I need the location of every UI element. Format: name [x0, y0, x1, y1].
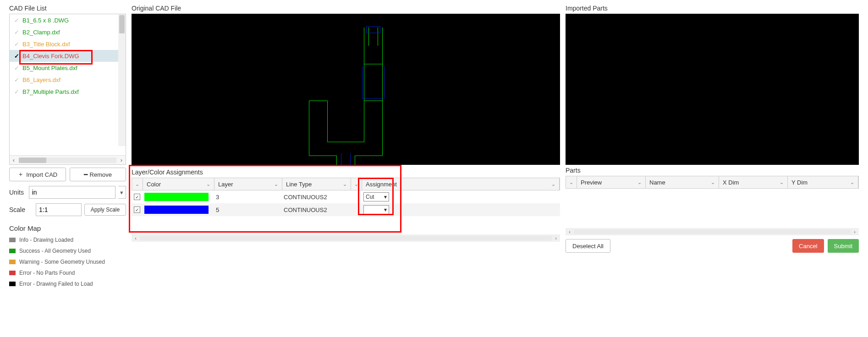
parts-table-body: [566, 189, 859, 228]
units-dropdown-icon[interactable]: ▾: [118, 186, 126, 199]
remove-button[interactable]: ━ Remove: [70, 168, 126, 181]
remove-label: Remove: [90, 171, 112, 178]
file-name: B2_Clamp.dxf: [22, 29, 60, 36]
cad-viewer[interactable]: [132, 14, 560, 165]
file-list-hscrollbar[interactable]: ‹ ›: [10, 155, 126, 164]
file-item[interactable]: ✓ B1_6.5 x 8 .DWG: [10, 14, 126, 26]
col-preview[interactable]: Preview: [581, 179, 602, 186]
chevron-down-icon[interactable]: ⌄: [850, 179, 854, 185]
scroll-left-icon[interactable]: ‹: [566, 229, 574, 234]
col-name[interactable]: Name: [649, 179, 665, 186]
swatch-icon: [9, 260, 16, 264]
chevron-down-icon[interactable]: ⌄: [780, 179, 784, 185]
parts-table-header: ⌄ Preview⌄ Name⌄ X Dim⌄ Y Dim⌄: [566, 176, 859, 189]
scale-label: Scale: [9, 206, 33, 213]
legend-label: Success - All Geometry Used: [19, 248, 91, 254]
file-item-selected[interactable]: ✓ B4_Clevis Fork.DWG: [10, 50, 126, 62]
scale-input[interactable]: [36, 203, 82, 216]
swatch-icon: [9, 238, 16, 242]
import-cad-label: Import CAD: [26, 171, 57, 178]
assignments-hscrollbar[interactable]: ‹ ›: [132, 234, 560, 242]
swatch-icon: [9, 249, 16, 253]
legend-item: Error - No Parts Found: [9, 270, 126, 276]
scroll-right-icon[interactable]: ›: [552, 235, 560, 241]
legend-label: Error - No Parts Found: [19, 270, 75, 276]
file-name: B4_Clevis Fork.DWG: [22, 53, 79, 60]
check-icon: ✓: [13, 76, 20, 83]
check-icon: ✓: [13, 53, 20, 59]
plus-icon: ＋: [17, 170, 24, 179]
cad-file-list-box: ✓ B1_6.5 x 8 .DWG ✓ B2_Clamp.dxf ✓ B3_Ti…: [9, 14, 126, 165]
imported-parts-title: Imported Parts: [566, 5, 859, 12]
file-item[interactable]: ✓ B2_Clamp.dxf: [10, 26, 126, 38]
check-icon: ✓: [13, 41, 20, 47]
file-name: B3_Title Block.dxf: [22, 41, 70, 48]
legend-item: Info - Drawing Loaded: [9, 237, 126, 243]
file-name: B1_6.5 x 8 .DWG: [22, 17, 69, 24]
file-item[interactable]: ✓ B5_Mount Plates.dxf: [10, 62, 126, 74]
check-icon: ✓: [13, 88, 20, 95]
parts-title: Parts: [566, 167, 859, 174]
chevron-down-icon[interactable]: ⌄: [569, 179, 573, 185]
swatch-icon: [9, 282, 16, 286]
imported-viewer[interactable]: [566, 14, 859, 165]
legend-item: Error - Drawing Failed to Load: [9, 281, 126, 287]
legend-label: Info - Drawing Loaded: [19, 237, 73, 243]
units-label: Units: [9, 189, 26, 196]
color-map-title: Color Map: [9, 224, 126, 232]
scroll-right-icon[interactable]: ›: [851, 229, 859, 234]
chevron-down-icon[interactable]: ⌄: [551, 181, 555, 187]
file-list-vscrollbar[interactable]: [118, 14, 126, 146]
check-icon: ✓: [13, 65, 20, 71]
swatch-icon: [9, 271, 16, 275]
legend-label: Warning - Some Geometry Unused: [19, 259, 105, 265]
cad-file-list[interactable]: ✓ B1_6.5 x 8 .DWG ✓ B2_Clamp.dxf ✓ B3_Ti…: [10, 14, 126, 155]
submit-button[interactable]: Submit: [828, 239, 859, 253]
chevron-down-icon[interactable]: ⌄: [637, 179, 642, 185]
file-item[interactable]: ✓ B7_Multiple Parts.dxf: [10, 86, 126, 98]
deselect-all-button[interactable]: Deselect All: [566, 239, 610, 253]
apply-scale-button[interactable]: Apply Scale: [84, 204, 126, 216]
chevron-down-icon[interactable]: ⌄: [711, 179, 715, 185]
file-name: B5_Mount Plates.dxf: [22, 65, 77, 71]
check-icon: ✓: [13, 29, 20, 35]
original-cad-title: Original CAD File: [132, 5, 560, 12]
highlight-box-assignment-col: [358, 178, 394, 215]
units-input[interactable]: [29, 186, 115, 199]
legend-item: Warning - Some Geometry Unused: [9, 259, 126, 265]
cad-file-list-title: CAD File List: [9, 5, 126, 12]
parts-hscrollbar[interactable]: ‹ ›: [566, 228, 859, 235]
col-xdim[interactable]: X Dim: [723, 179, 739, 186]
file-item[interactable]: ✓ B3_Title Block.dxf: [10, 38, 126, 50]
file-item[interactable]: ✓ B6_Layers.dxf: [10, 74, 126, 86]
file-name: B6_Layers.dxf: [22, 76, 60, 83]
scroll-right-icon[interactable]: ›: [117, 157, 126, 163]
legend-item: Success - All Geometry Used: [9, 248, 126, 254]
file-name: B7_Multiple Parts.dxf: [22, 88, 79, 95]
import-cad-button[interactable]: ＋ Import CAD: [9, 168, 66, 181]
legend-label: Error - Drawing Failed to Load: [19, 281, 93, 287]
col-ydim[interactable]: Y Dim: [791, 179, 808, 186]
scroll-left-icon[interactable]: ‹: [10, 157, 18, 163]
scroll-left-icon[interactable]: ‹: [132, 235, 140, 241]
check-icon: ✓: [13, 17, 20, 23]
cancel-button[interactable]: Cancel: [792, 239, 824, 253]
minus-icon: ━: [84, 171, 88, 178]
